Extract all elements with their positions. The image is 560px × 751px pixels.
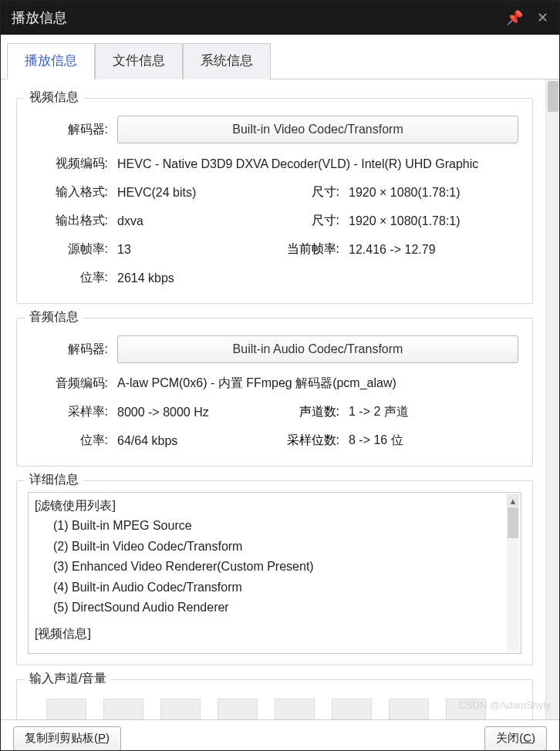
detail-line-2: (2) Built-in Video Codec/Transform	[35, 537, 514, 557]
volume-slider-1[interactable]	[46, 699, 86, 719]
value-input-size: 1920 × 1080(1.78:1)	[344, 186, 521, 200]
group-detail-info: 详细信息 [滤镜使用列表] (1) Built-in MPEG Source (…	[16, 480, 533, 665]
audio-legend: 音频信息	[25, 309, 83, 325]
value-sample-bits: 8 -> 16 位	[344, 433, 521, 449]
value-cur-fps: 12.416 -> 12.79	[344, 243, 521, 257]
value-video-bitrate: 2614 kbps	[113, 271, 521, 285]
value-output-fmt: dxva	[113, 214, 275, 228]
value-output-size: 1920 × 1080(1.78:1)	[344, 214, 521, 228]
label-audio-bitrate: 位率:	[28, 433, 113, 449]
volume-slider-5[interactable]	[275, 699, 315, 719]
button-video-decoder[interactable]: Built-in Video Codec/Transform	[117, 116, 518, 143]
row-video-codec: 视频编码: HEVC - Native D3D9 DXVA Decoder(VL…	[28, 150, 521, 178]
row-video-fps: 源帧率: 13 当前帧率: 12.416 -> 12.79	[28, 235, 521, 264]
label-video-bitrate: 位率:	[28, 270, 113, 286]
label-input-fmt: 输入格式:	[28, 184, 113, 200]
detail-line-3: (3) Enhanced Video Renderer(Custom Prese…	[35, 557, 514, 577]
content-area: 视频信息 解码器: Built-in Video Codec/Transform…	[1, 79, 559, 719]
detail-truncated: [视频信息]	[35, 624, 514, 644]
pin-icon[interactable]: 📌	[506, 9, 523, 26]
row-audio-bitrate: 位率: 64/64 kbps 采样位数: 8 -> 16 位	[28, 426, 521, 455]
row-audio-sample: 采样率: 8000 -> 8000 Hz 声道数: 1 -> 2 声道	[28, 398, 521, 426]
content-scrollbar[interactable]	[545, 79, 559, 719]
footer-bar: 复制到剪贴板(P) 关闭(C)	[1, 719, 559, 751]
detail-line-4: (4) Built-in Audio Codec/Transform	[35, 578, 514, 598]
volume-sliders-row	[28, 691, 521, 719]
scroll-up-icon[interactable]: ▲	[507, 494, 519, 507]
label-channels: 声道数:	[275, 404, 344, 420]
close-button[interactable]: 关闭(C)	[484, 726, 547, 751]
value-sample-rate: 8000 -> 8000 Hz	[113, 406, 275, 419]
button-audio-decoder[interactable]: Built-in Audio Codec/Transform	[117, 335, 518, 363]
copy-label-end: )	[106, 731, 110, 744]
detail-legend: 详细信息	[25, 472, 83, 488]
copy-hotkey: P	[98, 731, 106, 744]
row-audio-codec: 音频编码: A-law PCM(0x6) - 内置 FFmpeg 解码器(pcm…	[28, 369, 521, 398]
copy-to-clipboard-button[interactable]: 复制到剪贴板(P)	[13, 726, 121, 751]
row-video-input: 输入格式: HEVC(24 bits) 尺寸: 1920 × 1080(1.78…	[28, 178, 521, 207]
detail-textbox[interactable]: [滤镜使用列表] (1) Built-in MPEG Source (2) Bu…	[28, 492, 521, 654]
label-input-size: 尺寸:	[275, 184, 344, 200]
label-output-fmt: 输出格式:	[28, 213, 113, 229]
label-audio-decoder: 解码器:	[28, 342, 113, 358]
volume-slider-4[interactable]	[218, 699, 258, 719]
window-title: 播放信息	[12, 8, 67, 27]
detail-header: [滤镜使用列表]	[35, 496, 514, 516]
label-sample-rate: 采样率:	[28, 404, 113, 420]
value-audio-codec: A-law PCM(0x6) - 内置 FFmpeg 解码器(pcm_alaw)	[113, 376, 521, 392]
value-channels: 1 -> 2 声道	[344, 404, 521, 420]
volume-slider-2[interactable]	[103, 699, 143, 719]
tab-system-info[interactable]: 系统信息	[183, 43, 271, 79]
label-cur-fps: 当前帧率:	[275, 241, 344, 258]
tab-play-info[interactable]: 播放信息	[7, 43, 95, 79]
value-src-fps: 13	[113, 243, 275, 257]
volume-slider-7[interactable]	[389, 699, 429, 719]
tab-file-info[interactable]: 文件信息	[95, 43, 183, 79]
window-controls: 📌 ✕	[506, 9, 548, 26]
group-input-volume: 输入声道/音量	[16, 679, 533, 719]
volume-legend: 输入声道/音量	[25, 671, 111, 687]
label-video-codec: 视频编码:	[28, 156, 113, 172]
copy-label-start: 复制到剪贴板(	[25, 731, 98, 744]
detail-scrollbar[interactable]: ▲	[507, 494, 519, 652]
label-audio-codec: 音频编码:	[28, 376, 113, 392]
label-sample-bits: 采样位数:	[275, 433, 344, 449]
close-label-start: 关闭(	[496, 731, 523, 744]
volume-slider-3[interactable]	[160, 699, 201, 719]
row-video-bitrate: 位率: 2614 kbps	[28, 264, 521, 292]
volume-slider-6[interactable]	[332, 699, 372, 719]
group-audio-info: 音频信息 解码器: Built-in Audio Codec/Transform…	[16, 318, 533, 466]
value-input-fmt: HEVC(24 bits)	[113, 186, 275, 200]
group-video-info: 视频信息 解码器: Built-in Video Codec/Transform…	[16, 98, 533, 304]
close-hotkey: C	[523, 731, 531, 744]
label-output-size: 尺寸:	[275, 213, 344, 229]
value-audio-bitrate: 64/64 kbps	[113, 434, 275, 448]
volume-slider-8[interactable]	[446, 699, 486, 719]
tab-bar: 播放信息 文件信息 系统信息	[1, 35, 559, 79]
row-video-decoder: 解码器: Built-in Video Codec/Transform	[28, 109, 521, 150]
detail-line-5: (5) DirectSound Audio Renderer	[35, 598, 514, 618]
close-label-end: )	[531, 731, 535, 744]
content-scroll-thumb[interactable]	[548, 81, 558, 112]
row-audio-decoder: 解码器: Built-in Audio Codec/Transform	[28, 329, 521, 369]
label-src-fps: 源帧率:	[28, 241, 113, 258]
scroll-thumb[interactable]	[508, 507, 518, 538]
label-video-decoder: 解码器:	[28, 122, 113, 138]
close-icon[interactable]: ✕	[537, 9, 548, 26]
titlebar: 播放信息 📌 ✕	[1, 1, 559, 35]
value-video-codec: HEVC - Native D3D9 DXVA Decoder(VLD) - I…	[113, 157, 521, 171]
video-legend: 视频信息	[25, 89, 83, 106]
row-video-output: 输出格式: dxva 尺寸: 1920 × 1080(1.78:1)	[28, 207, 521, 235]
detail-line-1: (1) Built-in MPEG Source	[35, 516, 514, 536]
